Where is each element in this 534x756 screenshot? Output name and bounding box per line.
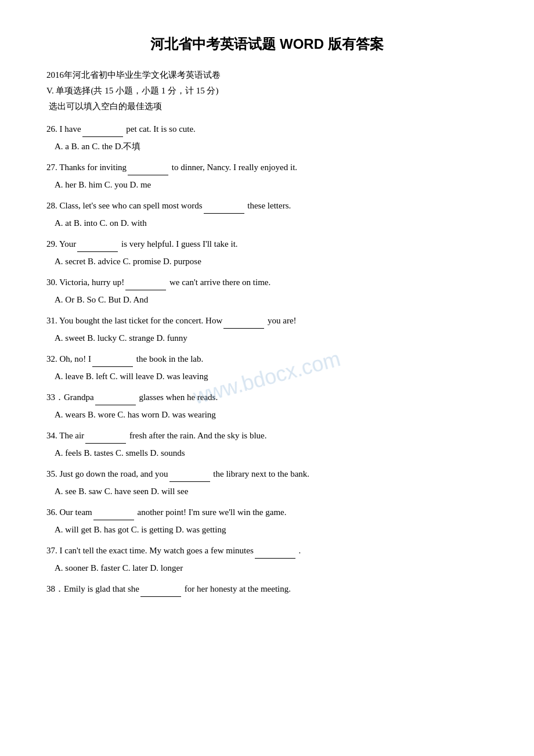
- page-title: 河北省中考英语试题 WORD 版有答案: [46, 35, 488, 53]
- question-text: 33．Grandpa glasses when he reads.: [46, 390, 488, 405]
- question-stem: 32. Oh, no! I: [46, 354, 91, 363]
- question-text: 35. Just go down the road, and you the l…: [46, 466, 488, 482]
- question-after-blank: to dinner, Nancy. I really enjoyed it.: [169, 163, 297, 172]
- question-item: 33．Grandpa glasses when he reads.A. wear…: [46, 390, 488, 422]
- question-item: 31. You bought the last ticket for the c…: [46, 313, 488, 345]
- question-text: 34. The air fresh after the rain. And th…: [46, 428, 488, 444]
- question-after-blank: .: [297, 546, 301, 555]
- answer-blank: [169, 466, 210, 482]
- question-item: 32. Oh, no! I the book in the lab.A. lea…: [46, 351, 488, 384]
- answer-blank: [77, 236, 118, 252]
- question-options: A. leave B. left C. will leave D. was le…: [46, 369, 488, 384]
- question-text: 29. Your is very helpful. I guess I'll t…: [46, 236, 488, 252]
- answer-blank: [125, 275, 166, 290]
- question-after-blank: fresh after the rain. And the sky is blu…: [127, 431, 266, 440]
- question-item: 35. Just go down the road, and you the l…: [46, 466, 488, 499]
- question-item: 26. I have pet cat. It is so cute.A. a B…: [46, 121, 488, 154]
- question-stem: 37. I can't tell the exact time. My watc…: [46, 546, 254, 555]
- question-stem: 38．Emily is glad that she: [46, 584, 139, 593]
- answer-blank: [85, 428, 126, 444]
- question-stem: 29. Your: [46, 239, 76, 249]
- question-stem: 27. Thanks for inviting: [46, 163, 127, 172]
- question-item: 27. Thanks for inviting to dinner, Nancy…: [46, 160, 488, 192]
- question-after-blank: pet cat. It is so cute.: [124, 124, 196, 134]
- question-stem: 34. The air: [46, 431, 84, 440]
- question-after-blank: another point! I'm sure we'll win the ga…: [135, 507, 287, 517]
- question-options: A. secret B. advice C. promise D. purpos…: [46, 254, 488, 269]
- question-text: 38．Emily is glad that she for her honest…: [46, 581, 488, 597]
- answer-blank: [204, 198, 244, 214]
- question-item: 30. Victoria, hurry up! we can't arrive …: [46, 275, 488, 307]
- answer-blank: [95, 390, 136, 405]
- question-after-blank: these letters.: [246, 201, 291, 210]
- answer-blank: [128, 160, 168, 175]
- question-options: A. sooner B. faster C. later D. longer: [46, 561, 488, 576]
- answer-blank: [82, 121, 123, 137]
- question-item: 34. The air fresh after the rain. And th…: [46, 428, 488, 460]
- question-text: 30. Victoria, hurry up! we can't arrive …: [46, 275, 488, 290]
- question-stem: 35. Just go down the road, and you: [46, 469, 168, 478]
- question-options: A. at B. into C. on D. with: [46, 216, 488, 231]
- question-options: A. will get B. has got C. is getting D. …: [46, 523, 488, 538]
- question-item: 28. Class, let's see who can spell most …: [46, 198, 488, 231]
- question-stem: 31. You bought the last ticket for the c…: [46, 316, 222, 325]
- question-after-blank: is very helpful. I guess I'll take it.: [119, 239, 237, 249]
- answer-blank: [255, 543, 295, 559]
- instruction: 选出可以填入空白的最佳选项: [46, 101, 488, 112]
- questions-container: 26. I have pet cat. It is so cute.A. a B…: [46, 121, 488, 597]
- subtitle: 2016年河北省初中毕业生学文化课考英语试卷: [46, 70, 488, 81]
- question-options: A. Or B. So C. But D. And: [46, 293, 488, 308]
- question-options: A. a B. an C. the D.不填: [46, 139, 488, 154]
- question-item: 38．Emily is glad that she for her honest…: [46, 581, 488, 597]
- answer-blank: [223, 313, 264, 329]
- question-after-blank: we can't arrive there on time.: [167, 278, 270, 287]
- question-stem: 33．Grandpa: [46, 393, 94, 402]
- question-stem: 28. Class, let's see who can spell most …: [46, 201, 203, 210]
- question-item: 36. Our team another point! I'm sure we'…: [46, 505, 488, 537]
- question-after-blank: you are!: [265, 316, 296, 325]
- question-text: 32. Oh, no! I the book in the lab.: [46, 351, 488, 367]
- question-options: A. her B. him C. you D. me: [46, 178, 488, 193]
- question-after-blank: the library next to the bank.: [211, 469, 310, 478]
- question-item: 29. Your is very helpful. I guess I'll t…: [46, 236, 488, 269]
- section-header: V. 单项选择(共 15 小题，小题 1 分，计 15 分): [46, 85, 488, 96]
- question-after-blank: glasses when he reads.: [137, 393, 218, 402]
- answer-blank: [140, 581, 181, 597]
- question-after-blank: for her honesty at the meeting.: [182, 584, 291, 593]
- question-text: 36. Our team another point! I'm sure we'…: [46, 505, 488, 520]
- question-text: 31. You bought the last ticket for the c…: [46, 313, 488, 329]
- question-options: A. feels B. tastes C. smells D. sounds: [46, 446, 488, 461]
- question-text: 27. Thanks for inviting to dinner, Nancy…: [46, 160, 488, 175]
- question-text: 28. Class, let's see who can spell most …: [46, 198, 488, 214]
- question-stem: 30. Victoria, hurry up!: [46, 278, 124, 287]
- question-after-blank: the book in the lab.: [134, 354, 203, 363]
- question-options: A. see B. saw C. have seen D. will see: [46, 484, 488, 499]
- question-text: 37. I can't tell the exact time. My watc…: [46, 543, 488, 559]
- question-text: 26. I have pet cat. It is so cute.: [46, 121, 488, 137]
- question-stem: 36. Our team: [46, 507, 92, 517]
- answer-blank: [92, 351, 133, 367]
- answer-blank: [93, 505, 134, 520]
- question-stem: 26. I have: [46, 124, 81, 134]
- question-options: A. wears B. wore C. has worn D. was wear…: [46, 408, 488, 423]
- question-item: 37. I can't tell the exact time. My watc…: [46, 543, 488, 575]
- question-options: A. sweet B. lucky C. strange D. funny: [46, 331, 488, 346]
